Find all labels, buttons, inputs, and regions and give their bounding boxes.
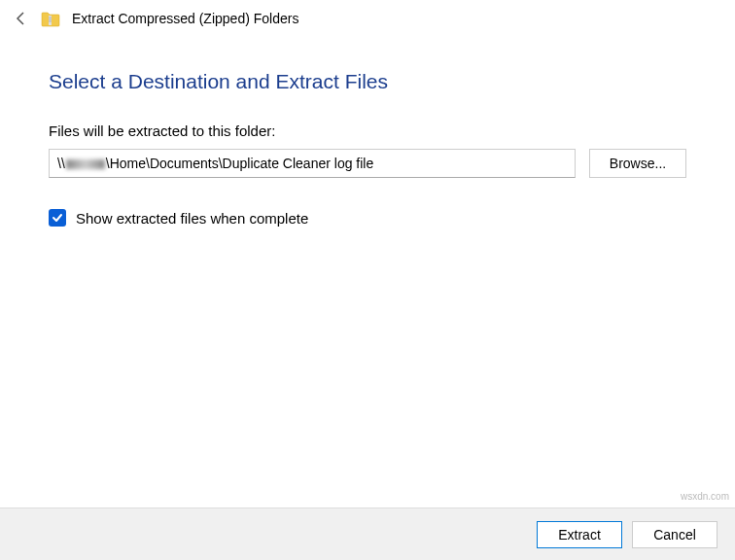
instruction-label: Files will be extracted to this folder: <box>49 122 686 139</box>
show-files-checkbox[interactable] <box>49 209 66 227</box>
window-title: Extract Compressed (Zipped) Folders <box>72 11 298 26</box>
path-prefix: \\ <box>57 156 65 171</box>
zipped-folder-icon <box>41 10 60 27</box>
page-heading: Select a Destination and Extract Files <box>49 70 686 93</box>
show-files-label[interactable]: Show extracted files when complete <box>76 210 308 227</box>
cancel-button[interactable]: Cancel <box>632 521 718 548</box>
back-button[interactable] <box>14 11 29 26</box>
dialog-footer: Extract Cancel <box>0 508 735 560</box>
extract-button[interactable]: Extract <box>537 521 622 548</box>
destination-path-input[interactable]: \\\Home\Documents\Duplicate Cleaner log … <box>49 149 576 178</box>
browse-button[interactable]: Browse... <box>589 149 686 178</box>
path-redacted <box>66 159 105 169</box>
watermark: wsxdn.com <box>681 491 729 502</box>
path-suffix: \Home\Documents\Duplicate Cleaner log fi… <box>106 156 373 171</box>
svg-rect-0 <box>49 16 52 25</box>
